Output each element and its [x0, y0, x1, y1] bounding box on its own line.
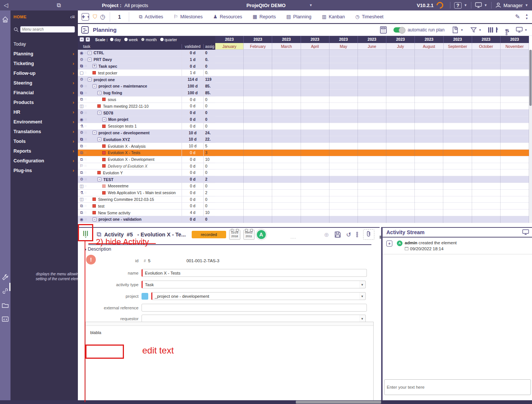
task-row-mon-projet[interactable]: ◉∷-Mon projet0 d0 — [78, 116, 215, 123]
task-row-team-meeting-2022-11-10[interactable]: ◫∷Team meeting 2022-11-100 d0 — [78, 103, 215, 110]
sidebar-item-reports[interactable]: Reports› — [10, 146, 78, 156]
checklist-button[interactable]: ⊕ — [324, 231, 329, 238]
user-menu[interactable]: Manager — [504, 3, 523, 8]
task-row-delivery-of-evolution-x[interactable]: ⚐∷Delivery of Evolution X0 d0 — [78, 163, 215, 170]
add-element-button[interactable]: +▾ — [82, 13, 89, 21]
collapse-all-button[interactable]: − — [80, 37, 84, 42]
nav-milestones[interactable]: ⚐Milestones — [174, 14, 203, 19]
activity-type-dropdown[interactable]: ▼ — [359, 281, 366, 288]
task-row-test-pocker[interactable]: ▢∷test pocker1 d0. — [78, 70, 215, 76]
display-mode-button[interactable]: ▾ — [516, 27, 527, 33]
task-row-project-one-validation[interactable]: ◉∷-project one - validation0 d0 — [78, 216, 215, 223]
task-row-steering-committee-2012-03-15[interactable]: ◫∷Steering Committee 2012-03-150 d0 — [78, 196, 215, 203]
expand-toggle[interactable]: + — [92, 64, 97, 68]
task-row-evolution-y[interactable]: ⧉∷Evolution Y0 d0 — [78, 169, 215, 176]
more-actions-button[interactable] — [356, 232, 358, 238]
sidebar-item-plug-ins[interactable]: Plug-ins› — [10, 166, 78, 175]
requestor-input[interactable] — [142, 315, 360, 322]
sort-arrows-icon[interactable]: ▲▼ — [525, 13, 528, 20]
task-row-sessiopn-tests-1[interactable]: ⚗∷Sessiopn tests 10 d0 — [78, 123, 215, 130]
bookmark-icon[interactable]: ⛉ — [93, 13, 97, 20]
task-row-project-one[interactable]: ⚙∷-project one114 d119 — [78, 76, 215, 83]
calculator-icon[interactable] — [379, 26, 387, 34]
undo-button[interactable]: ↺ — [346, 231, 351, 238]
activity-type-input[interactable] — [142, 281, 360, 288]
nav-reports[interactable]: ▦Reports — [253, 14, 276, 19]
display-icon[interactable] — [475, 2, 482, 8]
nav-planning[interactable]: ▤Planning — [286, 14, 311, 19]
project-dropdown[interactable]: ▼ — [359, 292, 366, 300]
collapse-toggle[interactable]: - — [102, 117, 106, 122]
sidebar-item-ticketing[interactable]: Ticketing› — [10, 59, 78, 68]
display-icon[interactable] — [522, 229, 529, 235]
collapse-toggle[interactable]: - — [88, 77, 92, 82]
new-window-icon[interactable]: ⧉ — [57, 2, 61, 9]
task-row-evolution-x-development[interactable]: ⧉∷Evolution X - Development0 d10 — [78, 156, 215, 163]
collapse-toggle[interactable]: - — [97, 111, 101, 115]
column-assigned[interactable]: assig — [203, 44, 215, 49]
name-input[interactable] — [142, 269, 367, 277]
scale-option-month[interactable]: month — [141, 37, 156, 42]
task-row-ctrl[interactable]: ◉∷-CTRL0 d0 — [78, 50, 215, 56]
bottom-scrollbar-thumb[interactable] — [296, 401, 381, 404]
auto-run-toggle[interactable] — [393, 27, 405, 33]
code-window-icon[interactable] — [1, 315, 9, 323]
sidebar-item-translations[interactable]: Translations› — [10, 127, 78, 137]
task-row-project-one-maintenance[interactable]: ⚙∷-project one - maintenance100 d85. — [78, 83, 215, 90]
editor-text[interactable]: blabla — [90, 330, 101, 335]
collapse-toggle[interactable]: - — [97, 91, 101, 95]
sidebar-item-planning[interactable]: Planning› — [10, 49, 78, 59]
task-row-new-some-activity[interactable]: ⧉∷New Some activity4 d10 — [78, 209, 215, 216]
menu-search-input[interactable] — [20, 26, 75, 33]
attachment-button[interactable] — [363, 229, 374, 240]
collapse-menu-icon[interactable]: ‹≡ — [70, 14, 75, 20]
collapse-toggle[interactable]: - — [88, 51, 92, 55]
task-row-evolution-x-tests[interactable]: ⧉∷Evolution X - Tests0 d3 — [78, 150, 215, 156]
editor-body[interactable]: blabla — [86, 326, 373, 386]
sidebar-item-hr[interactable]: HR› — [10, 107, 78, 117]
task-row-test[interactable]: ⧉∷test0 d0 — [78, 203, 215, 209]
project-color-swatch[interactable] — [142, 293, 148, 300]
column-validated[interactable]: validated — [182, 44, 203, 49]
collapse-toggle[interactable]: - — [92, 217, 97, 221]
link-icon[interactable] — [1, 287, 9, 295]
scale-option-week[interactable]: week — [124, 37, 138, 42]
back-icon[interactable]: ◁ — [4, 2, 8, 9]
edit-pencil-icon[interactable]: ✎ — [515, 13, 520, 20]
chevron-down-icon[interactable]: ▼ — [525, 3, 528, 7]
chevron-down-icon[interactable]: ▼ — [484, 3, 487, 7]
settings-wrench-icon[interactable] — [1, 273, 9, 281]
task-row-bug-fixing[interactable]: ⧉∷-bug fixing100 d85. — [78, 90, 215, 97]
history-clock-icon[interactable]: ◷ — [100, 13, 105, 20]
sidebar-item-tools[interactable]: Tools› — [10, 137, 78, 146]
sidebar-item-configuration[interactable]: Configuration› — [10, 156, 78, 166]
nav-resources[interactable]: ♟Resources — [213, 14, 242, 19]
column-task[interactable]: task — [78, 44, 182, 49]
nav-kanban[interactable]: ▥Kanban — [322, 14, 345, 19]
collapse-toggle[interactable]: - — [97, 137, 101, 141]
requestor-dropdown[interactable]: ▼ — [359, 315, 366, 322]
sidebar-item-follow-up[interactable]: Follow-up› — [10, 68, 78, 78]
collapse-toggle[interactable]: - — [92, 84, 97, 88]
folder-icon[interactable] — [1, 302, 9, 309]
columns-button[interactable]: ▾ — [488, 27, 498, 33]
collapse-toggle[interactable]: - — [92, 131, 97, 135]
scale-option-quarter[interactable]: quarter — [160, 37, 177, 42]
chevron-down-icon[interactable]: ▼ — [309, 3, 313, 7]
chevron-down-icon[interactable]: ▼ — [464, 3, 467, 7]
task-row-evolution-xyz[interactable]: ⧉∷-Evolution XYZ10 d22. — [78, 136, 215, 143]
external-reference-input[interactable] — [142, 304, 367, 312]
sidebar-item-environment[interactable]: Environment› — [10, 117, 78, 127]
nav-activities[interactable]: ⧉Activities — [139, 14, 163, 20]
nav-timesheet[interactable]: ◷Timesheet — [355, 14, 383, 19]
expand-entry-button[interactable]: + — [386, 241, 392, 247]
sidebar-item-today[interactable]: Today — [10, 39, 78, 49]
sidebar-item-products[interactable]: Products› — [10, 98, 78, 107]
gantt-vertical-scrollbar[interactable] — [529, 50, 532, 223]
collapse-toggle[interactable]: - — [88, 58, 92, 62]
task-row-sous[interactable]: ⧉∷sous0 d0 — [78, 97, 215, 103]
project-input[interactable] — [151, 292, 360, 300]
expand-all-button[interactable]: + — [86, 37, 90, 42]
save-button[interactable] — [334, 231, 341, 238]
task-row-test[interactable]: ⚙∷-TEST0 d2 — [78, 176, 215, 183]
